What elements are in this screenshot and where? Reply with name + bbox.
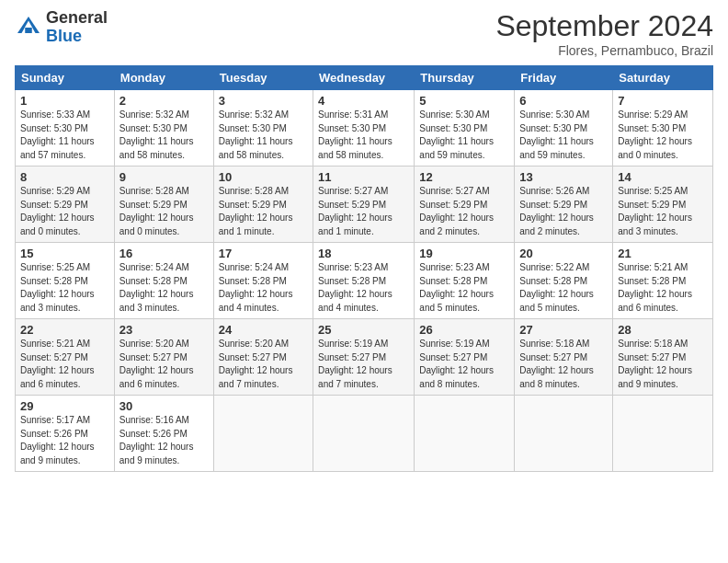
- calendar-cell: [415, 396, 515, 472]
- calendar-cell: [613, 396, 713, 472]
- day-number: 18: [318, 247, 409, 260]
- calendar-cell: 11 Sunrise: 5:27 AMSunset: 5:29 PMDaylig…: [313, 167, 415, 243]
- day-info: Sunrise: 5:27 AMSunset: 5:29 PMDaylight:…: [419, 185, 509, 238]
- day-info: Sunrise: 5:28 AMSunset: 5:29 PMDaylight:…: [219, 185, 308, 238]
- calendar-header-row: Sunday Monday Tuesday Wednesday Thursday…: [16, 66, 713, 90]
- day-info: Sunrise: 5:18 AMSunset: 5:27 PMDaylight:…: [618, 338, 708, 391]
- day-number: 15: [20, 247, 109, 260]
- calendar-cell: 25 Sunrise: 5:19 AMSunset: 5:27 PMDaylig…: [313, 319, 415, 396]
- col-friday: Friday: [515, 66, 613, 90]
- day-number: 11: [318, 170, 409, 184]
- day-number: 12: [419, 170, 509, 184]
- day-number: 10: [219, 170, 308, 184]
- day-number: 24: [219, 323, 308, 337]
- calendar-cell: 30 Sunrise: 5:16 AMSunset: 5:26 PMDaylig…: [114, 396, 213, 472]
- calendar-cell: [515, 396, 613, 472]
- day-number: 5: [419, 94, 509, 108]
- calendar-cell: 26 Sunrise: 5:19 AMSunset: 5:27 PMDaylig…: [415, 319, 515, 396]
- calendar-cell: 1 Sunrise: 5:33 AMSunset: 5:30 PMDayligh…: [16, 90, 115, 167]
- day-info: Sunrise: 5:16 AMSunset: 5:26 PMDaylight:…: [119, 414, 209, 467]
- calendar-cell: 19 Sunrise: 5:23 AMSunset: 5:28 PMDaylig…: [415, 243, 515, 319]
- day-info: Sunrise: 5:30 AMSunset: 5:30 PMDaylight:…: [519, 109, 608, 162]
- calendar-cell: 23 Sunrise: 5:20 AMSunset: 5:27 PMDaylig…: [114, 319, 213, 396]
- calendar-cell: 28 Sunrise: 5:18 AMSunset: 5:27 PMDaylig…: [613, 319, 713, 396]
- calendar-cell: 21 Sunrise: 5:21 AMSunset: 5:28 PMDaylig…: [613, 243, 713, 319]
- day-number: 25: [318, 323, 409, 337]
- day-number: 2: [119, 94, 209, 108]
- calendar-cell: 16 Sunrise: 5:24 AMSunset: 5:28 PMDaylig…: [114, 243, 213, 319]
- day-number: 26: [419, 323, 509, 337]
- calendar-cell: 9 Sunrise: 5:28 AMSunset: 5:29 PMDayligh…: [114, 167, 213, 243]
- day-number: 7: [618, 94, 708, 108]
- day-number: 3: [219, 94, 308, 108]
- col-thursday: Thursday: [415, 66, 515, 90]
- calendar-cell: 13 Sunrise: 5:26 AMSunset: 5:29 PMDaylig…: [515, 167, 613, 243]
- header: General Blue September 2024 Flores, Pern…: [15, 9, 713, 58]
- day-number: 29: [20, 399, 109, 413]
- calendar-cell: 12 Sunrise: 5:27 AMSunset: 5:29 PMDaylig…: [415, 167, 515, 243]
- calendar-week-row: 22 Sunrise: 5:21 AMSunset: 5:27 PMDaylig…: [16, 319, 713, 396]
- day-info: Sunrise: 5:29 AMSunset: 5:29 PMDaylight:…: [20, 185, 109, 238]
- logo-icon: [15, 14, 42, 41]
- day-number: 14: [618, 170, 708, 184]
- day-info: Sunrise: 5:24 AMSunset: 5:28 PMDaylight:…: [219, 261, 308, 315]
- calendar-cell: 10 Sunrise: 5:28 AMSunset: 5:29 PMDaylig…: [213, 167, 313, 243]
- svg-rect-2: [25, 28, 32, 33]
- calendar-cell: 17 Sunrise: 5:24 AMSunset: 5:28 PMDaylig…: [213, 243, 313, 319]
- day-info: Sunrise: 5:19 AMSunset: 5:27 PMDaylight:…: [419, 338, 509, 391]
- day-info: Sunrise: 5:32 AMSunset: 5:30 PMDaylight:…: [119, 109, 209, 162]
- day-info: Sunrise: 5:31 AMSunset: 5:30 PMDaylight:…: [318, 109, 409, 162]
- day-number: 6: [519, 94, 608, 108]
- day-number: 17: [219, 247, 308, 260]
- col-tuesday: Tuesday: [213, 66, 313, 90]
- location: Flores, Pernambuco, Brazil: [495, 43, 713, 58]
- calendar-cell: 7 Sunrise: 5:29 AMSunset: 5:30 PMDayligh…: [613, 90, 713, 167]
- calendar-cell: 18 Sunrise: 5:23 AMSunset: 5:28 PMDaylig…: [313, 243, 415, 319]
- day-number: 1: [20, 94, 109, 108]
- day-info: Sunrise: 5:24 AMSunset: 5:28 PMDaylight:…: [119, 261, 209, 315]
- day-info: Sunrise: 5:23 AMSunset: 5:28 PMDaylight:…: [318, 261, 409, 315]
- calendar-cell: 6 Sunrise: 5:30 AMSunset: 5:30 PMDayligh…: [515, 90, 613, 167]
- logo-general: General: [46, 8, 108, 27]
- col-saturday: Saturday: [613, 66, 713, 90]
- calendar-cell: [313, 396, 415, 472]
- calendar-cell: 8 Sunrise: 5:29 AMSunset: 5:29 PMDayligh…: [16, 167, 115, 243]
- calendar-cell: 15 Sunrise: 5:25 AMSunset: 5:28 PMDaylig…: [16, 243, 115, 319]
- page: General Blue September 2024 Flores, Pern…: [0, 0, 728, 481]
- day-info: Sunrise: 5:27 AMSunset: 5:29 PMDaylight:…: [318, 185, 409, 238]
- day-number: 20: [519, 247, 608, 260]
- day-number: 23: [119, 323, 209, 337]
- day-number: 22: [20, 323, 109, 337]
- calendar-cell: 14 Sunrise: 5:25 AMSunset: 5:29 PMDaylig…: [613, 167, 713, 243]
- calendar-cell: 20 Sunrise: 5:22 AMSunset: 5:28 PMDaylig…: [515, 243, 613, 319]
- calendar-table: Sunday Monday Tuesday Wednesday Thursday…: [15, 65, 713, 472]
- day-info: Sunrise: 5:21 AMSunset: 5:27 PMDaylight:…: [20, 338, 109, 391]
- day-number: 16: [119, 247, 209, 260]
- calendar-week-row: 15 Sunrise: 5:25 AMSunset: 5:28 PMDaylig…: [16, 243, 713, 319]
- day-number: 30: [119, 399, 209, 413]
- day-info: Sunrise: 5:33 AMSunset: 5:30 PMDaylight:…: [20, 109, 109, 162]
- day-info: Sunrise: 5:22 AMSunset: 5:28 PMDaylight:…: [519, 261, 608, 315]
- calendar-week-row: 1 Sunrise: 5:33 AMSunset: 5:30 PMDayligh…: [16, 90, 713, 167]
- day-info: Sunrise: 5:29 AMSunset: 5:30 PMDaylight:…: [618, 109, 708, 162]
- col-monday: Monday: [114, 66, 213, 90]
- day-info: Sunrise: 5:25 AMSunset: 5:28 PMDaylight:…: [20, 261, 109, 315]
- day-info: Sunrise: 5:19 AMSunset: 5:27 PMDaylight:…: [318, 338, 409, 391]
- col-sunday: Sunday: [16, 66, 115, 90]
- day-number: 13: [519, 170, 608, 184]
- day-number: 21: [618, 247, 708, 260]
- calendar-cell: [213, 396, 313, 472]
- day-number: 9: [119, 170, 209, 184]
- calendar-cell: 24 Sunrise: 5:20 AMSunset: 5:27 PMDaylig…: [213, 319, 313, 396]
- calendar-week-row: 29 Sunrise: 5:17 AMSunset: 5:26 PMDaylig…: [16, 396, 713, 472]
- day-info: Sunrise: 5:20 AMSunset: 5:27 PMDaylight:…: [119, 338, 209, 391]
- calendar-cell: 2 Sunrise: 5:32 AMSunset: 5:30 PMDayligh…: [114, 90, 213, 167]
- day-info: Sunrise: 5:25 AMSunset: 5:29 PMDaylight:…: [618, 185, 708, 238]
- day-info: Sunrise: 5:18 AMSunset: 5:27 PMDaylight:…: [519, 338, 608, 391]
- logo-text: General Blue: [46, 9, 108, 46]
- calendar-week-row: 8 Sunrise: 5:29 AMSunset: 5:29 PMDayligh…: [16, 167, 713, 243]
- day-info: Sunrise: 5:30 AMSunset: 5:30 PMDaylight:…: [419, 109, 509, 162]
- day-number: 19: [419, 247, 509, 260]
- day-number: 4: [318, 94, 409, 108]
- calendar-cell: 29 Sunrise: 5:17 AMSunset: 5:26 PMDaylig…: [16, 396, 115, 472]
